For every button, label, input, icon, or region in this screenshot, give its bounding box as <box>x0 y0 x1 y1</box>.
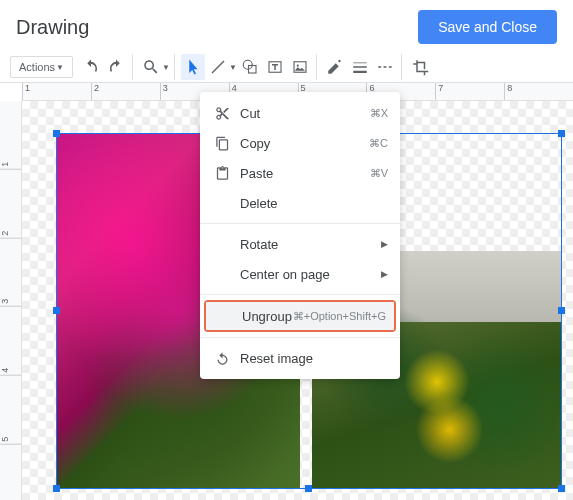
resize-handle-bm[interactable] <box>305 485 312 492</box>
menu-separator <box>200 337 400 338</box>
menu-cut-shortcut: ⌘X <box>370 107 388 120</box>
resize-handle-br[interactable] <box>558 485 565 492</box>
line-weight-button[interactable] <box>348 54 372 80</box>
resize-handle-bl[interactable] <box>53 485 60 492</box>
menu-copy-label: Copy <box>240 136 369 151</box>
highlighted-item: Ungroup ⌘+Option+Shift+G <box>204 300 396 332</box>
menu-rotate[interactable]: Rotate ▶ <box>200 229 400 259</box>
menu-delete[interactable]: Delete <box>200 188 400 218</box>
cut-icon <box>212 105 232 121</box>
actions-dropdown[interactable]: Actions▼ <box>10 56 73 78</box>
resize-handle-tl[interactable] <box>53 130 60 137</box>
vertical-ruler: 123456 <box>0 101 22 500</box>
menu-paste-shortcut: ⌘V <box>370 167 388 180</box>
menu-rotate-label: Rotate <box>240 237 381 252</box>
menu-reset-image[interactable]: Reset image <box>200 343 400 373</box>
context-menu: Cut ⌘X Copy ⌘C Paste ⌘V Delete Rotate ▶ … <box>200 92 400 379</box>
textbox-tool[interactable] <box>263 54 287 80</box>
submenu-arrow-icon: ▶ <box>381 239 388 249</box>
image-tool[interactable] <box>288 54 312 80</box>
menu-separator <box>200 294 400 295</box>
menu-reset-label: Reset image <box>240 351 388 366</box>
resize-handle-tr[interactable] <box>558 130 565 137</box>
menu-copy[interactable]: Copy ⌘C <box>200 128 400 158</box>
menu-cut-label: Cut <box>240 106 370 121</box>
redo-button[interactable] <box>104 54 128 80</box>
submenu-arrow-icon: ▶ <box>381 269 388 279</box>
resize-handle-mr[interactable] <box>558 307 565 314</box>
menu-ungroup-label: Ungroup <box>242 309 293 324</box>
menu-center-label: Center on page <box>240 267 381 282</box>
svg-point-4 <box>296 64 298 66</box>
toolbar: Actions▼ ▼ ▼ <box>0 52 573 83</box>
menu-copy-shortcut: ⌘C <box>369 137 388 150</box>
line-dash-button[interactable] <box>373 54 397 80</box>
crop-button[interactable] <box>408 54 432 80</box>
dialog-header: Drawing Save and Close <box>0 0 573 52</box>
line-color-button[interactable] <box>323 54 347 80</box>
menu-ungroup[interactable]: Ungroup ⌘+Option+Shift+G <box>206 302 394 330</box>
select-tool[interactable] <box>181 54 205 80</box>
menu-delete-label: Delete <box>240 196 388 211</box>
svg-point-0 <box>243 60 252 69</box>
copy-icon <box>212 135 232 151</box>
paste-icon <box>212 165 232 181</box>
undo-button[interactable] <box>79 54 103 80</box>
menu-separator <box>200 223 400 224</box>
dialog-title: Drawing <box>16 16 89 39</box>
reset-icon <box>212 350 232 366</box>
menu-paste[interactable]: Paste ⌘V <box>200 158 400 188</box>
menu-center[interactable]: Center on page ▶ <box>200 259 400 289</box>
save-and-close-button[interactable]: Save and Close <box>418 10 557 44</box>
resize-handle-ml[interactable] <box>53 307 60 314</box>
menu-cut[interactable]: Cut ⌘X <box>200 98 400 128</box>
line-caret-icon: ▼ <box>229 63 237 72</box>
zoom-caret-icon: ▼ <box>162 63 170 72</box>
menu-ungroup-shortcut: ⌘+Option+Shift+G <box>293 310 386 323</box>
zoom-dropdown[interactable] <box>139 54 163 80</box>
menu-paste-label: Paste <box>240 166 370 181</box>
shape-tool-dropdown[interactable] <box>238 54 262 80</box>
line-tool-dropdown[interactable] <box>206 54 230 80</box>
